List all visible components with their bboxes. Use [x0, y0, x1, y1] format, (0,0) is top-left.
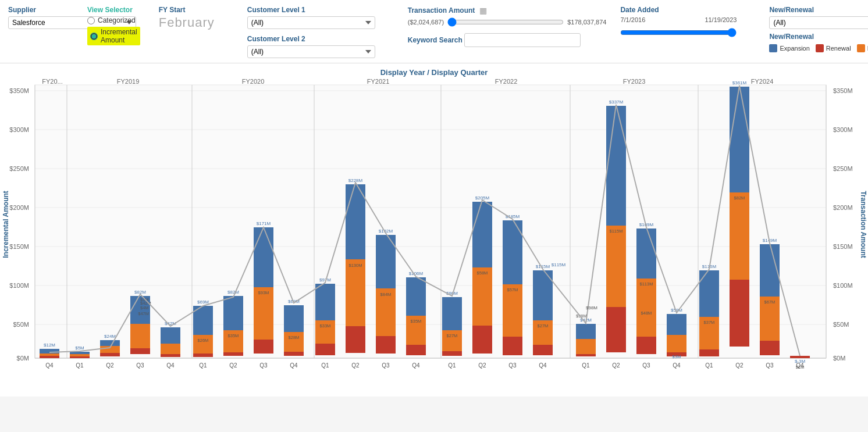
svg-text:$0M: $0M	[833, 355, 845, 362]
renewal-section: New/Renewal (All) New/Renewal Expansion …	[769, 6, 868, 52]
svg-text:$171M: $171M	[257, 221, 271, 226]
svg-text:$82M: $82M	[227, 290, 239, 295]
svg-text:$361M: $361M	[732, 80, 747, 85]
transaction-label: Transaction Amount	[408, 6, 475, 15]
transaction-max: $178,037,874	[567, 19, 606, 26]
svg-text:$98M: $98M	[586, 305, 597, 310]
svg-text:$0M: $0M	[17, 355, 29, 362]
svg-text:$93M: $93M	[258, 290, 269, 295]
customer-level2-label: Customer Level 2	[247, 35, 375, 43]
svg-text:FY2022: FY2022	[495, 79, 518, 85]
svg-rect-100	[406, 345, 426, 355]
customer-level2-group: Customer Level 2 (All)	[247, 35, 375, 58]
svg-text:Q2: Q2	[229, 362, 237, 369]
main-chart: $350M $300M $250M $200M $150M $100M $50M…	[0, 79, 868, 397]
radio-categorized[interactable]: Categorized	[87, 16, 140, 24]
svg-text:Q1: Q1	[321, 362, 329, 369]
svg-text:$200M: $200M	[9, 204, 29, 211]
legend-group: New/Renewal Expansion Renewal Net New	[769, 33, 868, 52]
svg-text:Q1: Q1	[448, 362, 456, 369]
svg-text:Transaction Amount: Transaction Amount	[859, 191, 867, 258]
svg-text:Q1: Q1	[582, 362, 590, 369]
transaction-range-slider[interactable]	[447, 17, 564, 27]
svg-rect-45	[70, 356, 90, 358]
svg-text:$57M: $57M	[507, 287, 518, 292]
netnew-swatch	[857, 44, 865, 52]
date-start: 7/1/2016	[620, 16, 645, 23]
customer-groups: Customer Level 1 (All) Customer Level 2 …	[247, 6, 375, 58]
svg-rect-150	[730, 280, 749, 347]
svg-text:$250M: $250M	[9, 165, 29, 172]
svg-text:$150M: $150M	[833, 243, 853, 250]
svg-text:$337M: $337M	[609, 99, 624, 105]
svg-text:$50M: $50M	[833, 321, 849, 328]
svg-text:Q2: Q2	[735, 362, 744, 369]
new-renewal-select[interactable]: (All)	[769, 16, 868, 29]
customer-level1-group: Customer Level 1 (All)	[247, 6, 375, 29]
svg-text:$33M: $33M	[320, 323, 331, 329]
keyword-label: Keyword Search	[408, 36, 463, 44]
svg-text:Q4: Q4	[412, 362, 420, 369]
svg-rect-65	[193, 354, 213, 357]
keyword-search-input[interactable]	[464, 33, 581, 47]
transaction-min: ($2,024,687)	[408, 19, 444, 26]
svg-text:$106M: $106M	[409, 271, 424, 276]
svg-rect-109	[472, 267, 492, 326]
filter-icon[interactable]: ▦	[479, 6, 487, 15]
svg-rect-75	[254, 340, 273, 354]
svg-text:Q4: Q4	[539, 362, 547, 369]
transaction-slider-row: ($2,024,687) $178,037,874	[408, 17, 607, 27]
svg-rect-70	[223, 352, 243, 356]
svg-text:$12M: $12M	[44, 342, 55, 348]
svg-rect-89	[346, 259, 365, 326]
svg-text:$58M: $58M	[477, 270, 488, 276]
svg-text:Q3: Q3	[508, 362, 517, 369]
svg-text:$113M: $113M	[640, 281, 653, 287]
customer-level2-select[interactable]: (All)	[247, 45, 375, 58]
svg-rect-115	[503, 337, 522, 355]
svg-text:$35M: $35M	[411, 319, 422, 324]
supplier-label: Supplier	[8, 6, 55, 14]
date-range-slider[interactable]	[620, 28, 737, 37]
svg-text:Q2: Q2	[612, 362, 620, 369]
svg-text:$35M: $35M	[228, 333, 239, 338]
svg-rect-85	[315, 344, 335, 355]
transaction-group: Transaction Amount ▦ ($2,024,687) $178,0…	[408, 6, 607, 27]
svg-rect-158	[790, 356, 810, 358]
svg-text:Q1: Q1	[199, 362, 207, 369]
svg-text:$27M: $27M	[447, 333, 458, 338]
svg-text:$84M: $84M	[380, 292, 392, 297]
customer-level1-select[interactable]: (All)	[247, 16, 375, 29]
svg-text:$4M: $4M	[140, 305, 149, 310]
chart-area: Display Year / Display Quarter $350M $30…	[0, 63, 868, 397]
svg-text:Q1: Q1	[76, 362, 84, 369]
svg-rect-49	[100, 353, 120, 356]
svg-text:$24M: $24M	[104, 334, 116, 339]
svg-text:Q3: Q3	[259, 362, 268, 369]
chart-title: Display Year / Display Quarter	[0, 63, 868, 79]
svg-text:$150M: $150M	[9, 243, 29, 250]
svg-text:FY2019: FY2019	[117, 79, 140, 85]
top-controls: Supplier Salesforce View Selector Catego…	[0, 0, 868, 63]
bar-fy18-q4-expansion	[40, 349, 59, 354]
svg-text:FY20...: FY20...	[42, 79, 62, 85]
expansion-label: Expansion	[780, 45, 809, 52]
radio-categorized-input[interactable]	[87, 17, 95, 24]
radio-incremental-input[interactable]	[90, 33, 98, 40]
svg-rect-90	[346, 326, 365, 353]
date-range-labels: 7/1/2016 11/19/2023	[620, 16, 737, 23]
svg-text:Incremental Amount: Incremental Amount	[2, 191, 10, 258]
svg-rect-149	[730, 192, 749, 280]
bar-fy18-q4-netnew	[40, 354, 59, 356]
svg-text:$300M: $300M	[9, 126, 29, 133]
svg-text:FY2021: FY2021	[367, 79, 390, 85]
view-fy-group: View Selector Categorized Incremental Am…	[87, 6, 140, 45]
svg-text:$200M: $200M	[833, 204, 853, 211]
svg-text:$130M: $130M	[349, 263, 362, 268]
svg-rect-135	[636, 337, 656, 354]
svg-text:Q1: Q1	[705, 362, 713, 369]
svg-rect-120	[533, 345, 553, 355]
svg-text:$115M: $115M	[552, 262, 566, 267]
svg-text:$100M: $100M	[833, 282, 853, 289]
radio-incremental[interactable]: Incremental Amount	[87, 27, 140, 45]
